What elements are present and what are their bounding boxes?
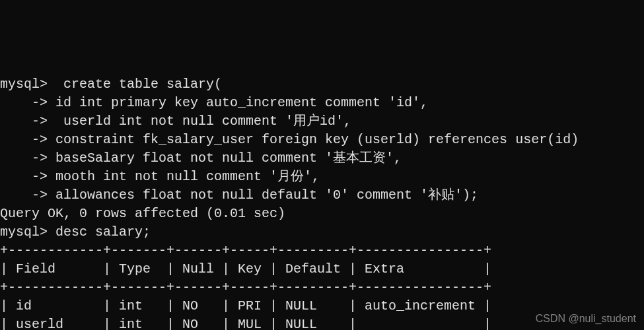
sql-line: -> userld int not null comment '用户id', <box>0 112 644 131</box>
sql-line: -> constraint fk_salary_user foreign key… <box>0 131 644 149</box>
table-header-row: | Field | Type | Null | Key | Default | … <box>0 260 644 279</box>
sql-prompt-line: mysql> desc salary; <box>0 223 644 242</box>
query-result: Query OK, 0 rows affected (0.01 sec) <box>0 205 644 223</box>
table-border: +------------+-------+------+-----+-----… <box>0 279 644 297</box>
sql-line: -> allowances float not null default '0'… <box>0 186 644 205</box>
sql-line: mysql> create table salary( <box>0 75 644 94</box>
sql-line: -> baseSalary float not null comment '基本… <box>0 149 644 168</box>
sql-line: -> id int primary key auto_increment com… <box>0 94 644 112</box>
terminal-output[interactable]: mysql> create table salary( -> id int pr… <box>0 75 644 330</box>
table-border: +------------+-------+------+-----+-----… <box>0 242 644 260</box>
sql-line: -> mooth int not null comment '月份', <box>0 168 644 186</box>
watermark-text: CSDN @nuli_student <box>536 312 636 326</box>
